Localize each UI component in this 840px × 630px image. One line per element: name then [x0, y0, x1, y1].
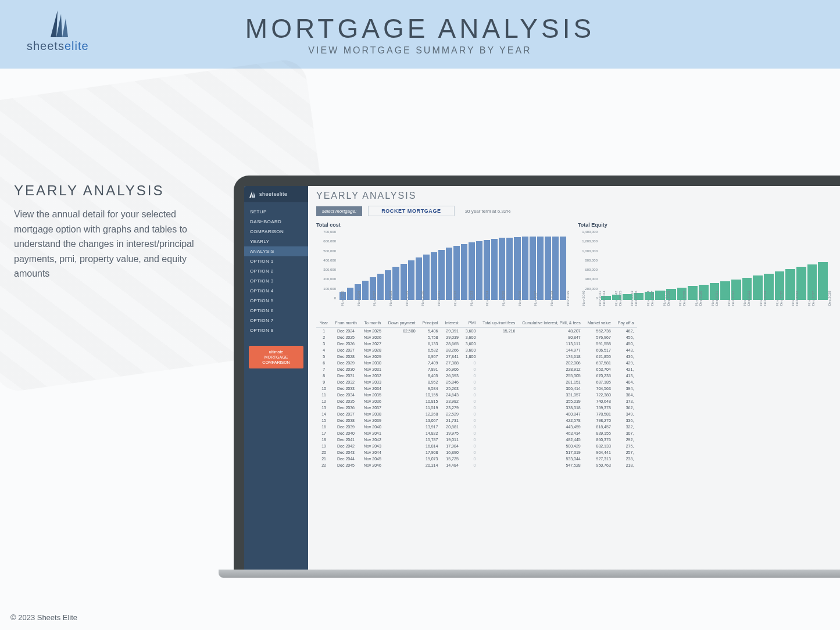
laptop-mockup: sheetselite SETUPDASHBOARDCOMPARISONYEAR… — [219, 176, 840, 594]
table-row: 13Dec 2036Nov 203711,51923,2790378,31875… — [316, 405, 637, 411]
table-row: 22Dec 2045Nov 204620,31414,4840547,52895… — [316, 462, 637, 468]
brand-text: sheetselite — [27, 40, 89, 53]
body: YEARLY ANALYSIS View the annual detail f… — [0, 69, 840, 630]
laptop-screen: sheetselite SETUPDASHBOARDCOMPARISONYEAR… — [244, 186, 840, 571]
banner-titlebox: MORTGAGE ANALYSIS VIEW MORTGAGE SUMMARY … — [0, 13, 840, 56]
col-principal: Principal — [419, 318, 442, 328]
cost-y-axis: 700,000600,000500,000400,000300,000200,0… — [316, 230, 336, 300]
sidebar-item-yearly[interactable]: YEARLY — [244, 237, 308, 246]
svg-marker-5 — [253, 193, 255, 198]
equity-y-axis: 1,400,0001,200,0001,000,000800,000600,00… — [578, 230, 598, 300]
sidebar-nav: SETUPDASHBOARDCOMPARISONYEARLYANALYSISOP… — [244, 202, 308, 335]
chart-title-cost: Total cost — [316, 222, 566, 228]
marketing-copy: YEARLY ANALYSIS View the annual detail f… — [14, 182, 212, 281]
table-row: 8Dec 2031Nov 20328,40526,3930255,305670,… — [316, 373, 637, 379]
table-row: 20Dec 2043Nov 204417,90816,8900517,31990… — [316, 449, 637, 456]
total-cost-chart: Total cost 700,000600,000500,000400,0003… — [316, 222, 566, 315]
analysis-table: YearFrom monthTo monthDown paymentPrinci… — [316, 318, 637, 468]
svg-marker-4 — [252, 192, 253, 198]
table-row: 21Dec 2044Nov 204519,07315,7250533,04492… — [316, 456, 637, 462]
col-market-value: Market value — [584, 318, 614, 328]
table-row: 17Dec 2040Nov 204114,82219,9750463,43483… — [316, 430, 637, 436]
sidebar-brand-text: sheetselite — [259, 191, 288, 197]
brand-text-b: elite — [65, 40, 89, 52]
sidebar-item-option-7[interactable]: OPTION 7 — [244, 316, 308, 325]
table-row: 3Dec 2026Nov 20276,13328,6653,600113,111… — [316, 341, 637, 347]
svg-marker-1 — [56, 14, 62, 37]
sidebar-item-option-5[interactable]: OPTION 5 — [244, 296, 308, 306]
col-from-month: From month — [331, 318, 360, 328]
brand-logo: sheetselite — [27, 10, 89, 53]
svg-marker-3 — [249, 191, 252, 198]
col-pay-off-a: Pay off a — [614, 318, 638, 328]
svg-marker-2 — [62, 19, 68, 37]
sidebar-item-option-6[interactable]: OPTION 6 — [244, 306, 308, 316]
table-row: 12Dec 2035Nov 203610,81523,9820355,03974… — [316, 398, 637, 405]
term-text: 30 year term at 6.32% — [465, 209, 511, 214]
page-subtitle: VIEW MORTGAGE SUMMARY BY YEAR — [0, 45, 840, 56]
cta-line1: ultimate — [251, 349, 301, 355]
table-row: 2Dec 2025Nov 20265,75829,0393,60080,8475… — [316, 334, 637, 341]
page-title: MORTGAGE ANALYSIS — [0, 13, 840, 44]
logo-icon — [39, 10, 76, 37]
table-header-row: YearFrom monthTo monthDown paymentPrinci… — [316, 318, 637, 328]
sidebar-item-option-4[interactable]: OPTION 4 — [244, 286, 308, 296]
sidebar-cta[interactable]: ultimate MORTGAGE COMPARISON — [249, 346, 303, 368]
cost-x-axis: Nov 2025Nov 2026Nov 2027Nov 2028Nov 2029… — [339, 300, 566, 315]
table-row: 16Dec 2039Nov 204013,91720,8810443,45981… — [316, 424, 637, 430]
sidebar-brand: sheetselite — [244, 186, 308, 202]
table-row: 9Dec 2032Nov 20338,95225,8460281,151687,… — [316, 379, 637, 385]
sheet-title: YEARLY ANALYSIS — [316, 191, 840, 201]
table-row: 1Dec 2024Nov 202582,5005,40629,3913,6001… — [316, 328, 637, 335]
chart-title-equity: Total Equity — [578, 222, 828, 228]
sidebar-item-dashboard[interactable]: DASHBOARD — [244, 217, 308, 227]
cta-line2: MORTGAGE — [251, 355, 301, 360]
svg-marker-0 — [51, 10, 58, 37]
col-year: Year — [316, 318, 331, 328]
charts-row: Total cost 700,000600,000500,000400,0003… — [316, 222, 840, 315]
brand-text-a: sheets — [27, 40, 65, 52]
sheet-main: YEARLY ANALYSIS select mortgage: ROCKET … — [308, 186, 840, 571]
select-label: select mortgage: — [316, 206, 362, 216]
sidebar-item-analysis[interactable]: ANALYSIS — [244, 246, 308, 256]
col-down-payment: Down payment — [385, 318, 419, 328]
laptop-base — [219, 570, 840, 578]
sidebar-item-comparison[interactable]: COMPARISON — [244, 227, 308, 237]
table-body: 1Dec 2024Nov 202582,5005,40629,3913,6001… — [316, 328, 637, 469]
table-row: 6Dec 2029Nov 20307,40927,3880202,006637,… — [316, 360, 637, 366]
table-row: 7Dec 2030Nov 20317,89126,9060228,912653,… — [316, 366, 637, 373]
col-total-up-front-fees: Total up-front fees — [479, 318, 519, 328]
sidebar-item-option-1[interactable]: OPTION 1 — [244, 256, 308, 266]
table-row: 14Dec 2037Nov 203812,26822,5290400,84777… — [316, 411, 637, 417]
total-equity-chart: Total Equity 1,400,0001,200,0001,000,000… — [578, 222, 828, 315]
laptop-bezel: sheetselite SETUPDASHBOARDCOMPARISONYEAR… — [234, 176, 840, 571]
footer-copyright: © 2023 Sheets Elite — [10, 613, 77, 622]
table-row: 10Dec 2033Nov 20349,53425,2630306,414704… — [316, 385, 637, 392]
cta-line3: COMPARISON — [251, 360, 301, 365]
table-row: 5Dec 2028Nov 20296,95727,8411,800174,618… — [316, 353, 637, 360]
table-row: 19Dec 2042Nov 204316,81417,9840500,42988… — [316, 443, 637, 449]
sidebar-item-setup[interactable]: SETUP — [244, 207, 308, 217]
copy-body: View the annual detail for your selected… — [14, 207, 212, 281]
col-interest: Interest — [441, 318, 462, 328]
sidebar-logo-icon — [248, 191, 257, 198]
table-row: 18Dec 2041Nov 204215,78719,0110482,44586… — [316, 436, 637, 443]
sidebar-item-option-2[interactable]: OPTION 2 — [244, 266, 308, 276]
col-to-month: To month — [360, 318, 385, 328]
table-row: 11Dec 2034Nov 203510,15524,6430331,05772… — [316, 392, 637, 398]
table-row: 4Dec 2027Nov 20286,53228,2663,600144,977… — [316, 347, 637, 353]
mortgage-selector-row: select mortgage: ROCKET MORTGAGE 30 year… — [316, 206, 840, 216]
sheet-sidebar: sheetselite SETUPDASHBOARDCOMPARISONYEAR… — [244, 186, 308, 571]
col-pmi: PMI — [462, 318, 480, 328]
equity-x-axis: Dec 2024Dec 2025Dec 2026Dec 2027Dec 2028… — [601, 300, 828, 315]
col-cumulative-interest-pmi-fees: Cumulative Interest, PMI, & fees — [519, 318, 584, 328]
sidebar-item-option-3[interactable]: OPTION 3 — [244, 276, 308, 286]
table-row: 15Dec 2038Nov 203913,06721,7310422,57879… — [316, 417, 637, 424]
cost-plot — [339, 230, 566, 300]
equity-plot — [601, 230, 828, 300]
copy-heading: YEARLY ANALYSIS — [14, 182, 212, 199]
sidebar-item-option-8[interactable]: OPTION 8 — [244, 325, 308, 335]
select-value[interactable]: ROCKET MORTGAGE — [368, 206, 455, 216]
banner: sheetselite MORTGAGE ANALYSIS VIEW MORTG… — [0, 0, 840, 69]
